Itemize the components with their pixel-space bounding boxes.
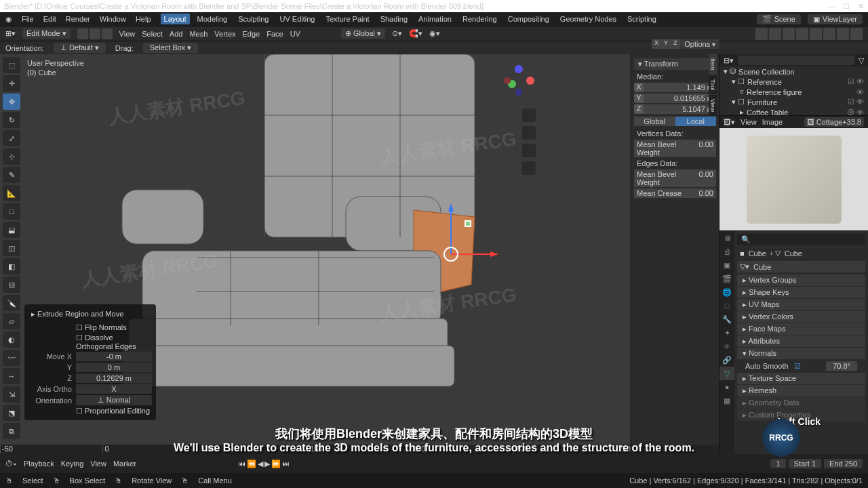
editor-type-icon[interactable]: ⊞▾ [5,29,16,38]
em-face[interactable]: Face [267,30,283,38]
polybuild-tool-icon[interactable]: ▱ [3,313,20,329]
tl-playback[interactable]: Playback [24,460,54,468]
tab-render-icon[interactable]: 🖥 [719,231,734,245]
play-rev-icon[interactable]: ◀ [258,460,263,468]
outliner-type-icon[interactable]: ⊟▾ [724,56,734,65]
wireframe-shading-icon[interactable] [796,28,808,40]
jump-start-icon[interactable]: ⏮ [238,460,245,468]
ws-texpaint[interactable]: Texture Paint [322,14,372,24]
snap-icon[interactable]: 🧲▾ [409,29,422,38]
menu-help[interactable]: Help [136,15,151,23]
img-image-menu[interactable]: Image [762,118,783,126]
sec-facemaps[interactable]: ▸ Face Maps [737,323,865,335]
ws-geonodes[interactable]: Geometry Nodes [557,14,620,24]
addcube-tool-icon[interactable]: □ [3,203,20,220]
outliner-root[interactable]: ▾ ⛁ Scene Collection [719,66,868,77]
ws-shading[interactable]: Shading [377,14,411,24]
ws-modeling[interactable]: Modeling [194,14,231,24]
tl-keying[interactable]: Keying [61,460,84,468]
tab-tool[interactable]: Tool [709,75,717,96]
orient-select[interactable]: ⊥ Default ▾ [54,43,106,53]
median-x-field[interactable]: 1.149 m [644,83,716,92]
transform-header[interactable]: ▾ Transform [634,58,716,70]
ws-uv[interactable]: UV Editing [276,14,318,24]
propedit-check[interactable]: Proportional Editing [85,407,150,415]
measure-tool-icon[interactable]: 📐 [3,185,20,201]
end-frame-field[interactable]: End 250 [824,459,863,468]
ws-sculpting[interactable]: Sculpting [235,14,272,24]
bevel-tool-icon[interactable]: ◧ [3,258,20,274]
outliner-collection[interactable]: ▾ ☐ Furniture☑ 👁 [719,97,868,107]
sec-remesh[interactable]: ▸ Remesh [737,385,865,396]
em-view[interactable]: View [119,30,136,38]
shear-tool-icon[interactable]: ⬔ [3,405,20,421]
scale-tool-icon[interactable]: ⤢ [3,130,20,146]
xray-icon[interactable] [783,28,795,40]
gizmo-toggle-icon[interactable] [755,28,768,40]
ws-comp[interactable]: Compositing [505,14,553,24]
ws-anim[interactable]: Animation [415,14,455,24]
outliner-obj[interactable]: ▸ Coffee Table⦿ 👁 [719,107,868,115]
rotate-tool-icon[interactable]: ↻ [3,112,20,128]
rip-tool-icon[interactable]: ⧉ [3,423,20,439]
datablock-selector[interactable]: ▽▾ Cube [737,261,865,272]
tab-object-icon[interactable]: □ [719,299,734,312]
smooth-tool-icon[interactable]: 〰 [3,350,20,366]
propedit-icon[interactable]: ◉▾ [429,29,440,38]
shrink-tool-icon[interactable]: ⇲ [3,386,20,403]
close-icon[interactable]: ✕ [858,2,864,11]
start-frame-field[interactable]: Start 1 [789,459,821,468]
viewlayer-selector[interactable]: ▣ViewLayer [808,14,863,24]
vertex-select-icon[interactable] [77,28,88,39]
play-icon[interactable]: ▶ [264,460,270,468]
pan-icon[interactable] [522,126,536,140]
edge-select-icon[interactable] [90,28,100,39]
solid-shading-icon[interactable] [810,28,822,40]
outliner[interactable]: ⊟▾ ▽ ▾ ⛁ Scene Collection ▾ ☐ Reference☑… [719,54,868,115]
transform-tool-icon[interactable]: ⊹ [3,148,20,165]
zoom-icon[interactable] [522,108,536,122]
movez-field[interactable]: 0.12629 m [76,373,152,383]
minimize-icon[interactable]: — [827,2,835,11]
em-edge[interactable]: Edge [243,30,260,38]
menu-edit[interactable]: Edit [43,15,56,23]
sec-texspace[interactable]: ▸ Texture Space [737,373,865,384]
rendered-shading-icon[interactable] [837,28,849,40]
timeline-ruler[interactable]: -50 0 50 100 150 200 250 [0,445,719,454]
persp-icon[interactable] [522,161,536,175]
maximize-icon[interactable]: ☐ [843,2,850,11]
movey-field[interactable]: 0 m [76,363,152,372]
overlay-toggle-icon[interactable] [769,28,781,40]
3d-viewport[interactable]: ⬚ ✛ ✥ ↻ ⤢ ⊹ ✎ 📐 □ ⬓ ◫ ◧ ⊟ 🔪 ▱ ◐ 〰 ↔ ⇲ ⬔ … [0,54,631,454]
ws-render[interactable]: Rendering [459,14,500,24]
image-editor-icon[interactable]: 🖼▾ [724,118,735,127]
camera-icon[interactable] [522,144,536,157]
ebevel-field[interactable]: 0.00 [696,169,716,187]
sec-geodata[interactable]: ▸ Geometry Data [737,397,865,409]
sec-uvmaps[interactable]: ▸ UV Maps [737,299,865,310]
median-z-field[interactable]: 5.1047 m [644,104,716,114]
sec-normals[interactable]: ▾ Normals [737,348,865,359]
autosmooth-angle-field[interactable]: 70.8° [826,361,857,371]
tab-physics-icon[interactable]: ⚛ [719,340,734,353]
axis-field[interactable]: X [76,384,152,394]
keyframe-next-icon[interactable]: ⏩ [271,460,281,468]
em-mesh[interactable]: Mesh [189,30,208,38]
global-button[interactable]: Global [634,117,675,126]
timeline-icon[interactable]: ⏱▾ [5,460,17,468]
em-vertex[interactable]: Vertex [214,30,235,38]
matprev-shading-icon[interactable] [823,28,835,40]
tab-world-icon[interactable]: 🌐 [719,285,734,299]
tab-modifier-icon[interactable]: 🔧 [719,312,734,326]
scene-selector[interactable]: 🎬Scene [757,14,801,24]
props-search[interactable] [737,234,865,245]
tab-material-icon[interactable]: ● [719,380,734,394]
vbevel-field[interactable]: 0.00 [696,140,716,157]
nav-gizmo[interactable] [502,64,536,98]
menu-file[interactable]: File [22,15,34,23]
tab-viewlayer-icon[interactable]: ▣ [719,258,734,272]
loopcut-tool-icon[interactable]: ⊟ [3,277,20,293]
movex-field[interactable]: -0 m [76,352,152,361]
ws-script[interactable]: Scripting [624,14,660,24]
face-select-icon[interactable] [102,28,113,39]
